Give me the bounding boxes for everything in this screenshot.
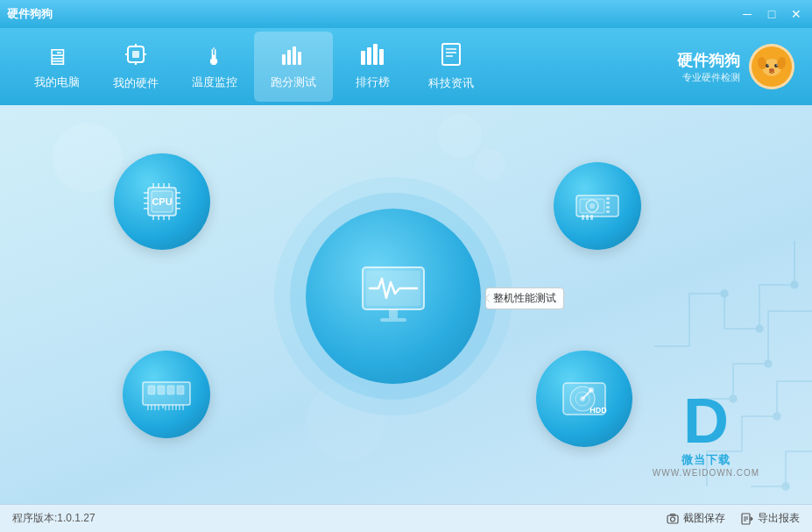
svg-rect-6 bbox=[282, 54, 286, 65]
svg-rect-60 bbox=[606, 206, 610, 209]
screenshot-button[interactable]: 截图保存 bbox=[667, 511, 725, 526]
d-logo-watermark: D 微当下载 WWW.WEIDOWN.COM bbox=[653, 389, 759, 478]
camera-icon bbox=[667, 513, 679, 525]
logo-subtitle: 专业硬件检测 bbox=[682, 71, 740, 84]
svg-rect-90 bbox=[389, 309, 398, 318]
cpu-button[interactable]: CPU bbox=[114, 153, 210, 250]
status-actions: 截图保存 导出报表 bbox=[667, 511, 800, 526]
sidebar-item-ranking[interactable]: 排行榜 bbox=[333, 32, 412, 102]
svg-point-57 bbox=[590, 203, 595, 209]
nav-bar: 🖥 我的电脑 我的硬件 🌡 温度监控 bbox=[0, 28, 812, 105]
close-button[interactable]: ✕ bbox=[787, 5, 805, 23]
svg-point-25 bbox=[767, 65, 768, 66]
app-title: 硬件狗狗 bbox=[7, 6, 53, 22]
svg-point-34 bbox=[782, 483, 789, 490]
export-button[interactable]: 导出报表 bbox=[741, 511, 800, 526]
svg-rect-62 bbox=[582, 215, 584, 220]
monitor-icon bbox=[354, 263, 433, 329]
svg-point-24 bbox=[774, 64, 778, 67]
hdd-icon: HDD bbox=[558, 372, 611, 425]
svg-point-29 bbox=[756, 325, 763, 332]
svg-rect-69 bbox=[177, 386, 184, 394]
export-icon bbox=[741, 513, 753, 525]
maximize-button[interactable]: □ bbox=[763, 5, 780, 23]
bubble-4 bbox=[307, 381, 385, 460]
d-text2: WWW.WEIDOWN.COM bbox=[653, 468, 759, 478]
sidebar-item-my-pc[interactable]: 🖥 我的电脑 bbox=[18, 32, 96, 102]
sidebar-item-benchmark[interactable]: 跑分测试 bbox=[254, 32, 333, 102]
sidebar-item-tech-news[interactable]: 科技资讯 bbox=[412, 32, 491, 102]
minimize-button[interactable]: ─ bbox=[738, 5, 756, 23]
svg-point-31 bbox=[765, 360, 772, 367]
tech-news-icon bbox=[441, 43, 461, 72]
svg-rect-11 bbox=[361, 51, 365, 65]
svg-rect-12 bbox=[367, 47, 371, 65]
nav-items: 🖥 我的电脑 我的硬件 🌡 温度监控 bbox=[18, 32, 491, 102]
svg-point-27 bbox=[769, 68, 774, 72]
svg-rect-58 bbox=[606, 197, 610, 200]
d-text1: 微当下载 bbox=[681, 452, 731, 468]
logo-text: 硬件狗狗 专业硬件检测 bbox=[677, 50, 740, 84]
d-letter: D bbox=[683, 389, 729, 452]
app-logo: 硬件狗狗 专业硬件检测 bbox=[677, 44, 794, 89]
bubble-1 bbox=[53, 123, 123, 193]
svg-text:HDD: HDD bbox=[590, 406, 607, 415]
svg-rect-59 bbox=[606, 202, 610, 204]
version-label: 程序版本:1.0.1.27 bbox=[12, 511, 95, 526]
svg-rect-92 bbox=[667, 515, 678, 523]
ranking-label: 排行榜 bbox=[356, 74, 390, 90]
svg-rect-9 bbox=[298, 52, 301, 65]
svg-point-30 bbox=[721, 290, 728, 297]
benchmark-icon bbox=[281, 44, 306, 71]
my-hardware-label: 我的硬件 bbox=[113, 75, 159, 91]
center-content bbox=[354, 263, 433, 329]
svg-rect-15 bbox=[442, 44, 460, 65]
svg-point-23 bbox=[766, 64, 769, 67]
svg-rect-14 bbox=[379, 49, 384, 65]
svg-rect-68 bbox=[167, 386, 174, 394]
ranking-icon bbox=[361, 44, 384, 71]
logo-title: 硬件狗狗 bbox=[677, 50, 740, 71]
hdd-button[interactable]: HDD bbox=[536, 351, 632, 447]
dog-avatar bbox=[749, 44, 794, 89]
title-bar: 硬件狗狗 ─ □ ✕ bbox=[0, 0, 812, 28]
tooltip-text: 整机性能测试 bbox=[493, 292, 556, 304]
gpu-button[interactable] bbox=[554, 162, 641, 250]
window-controls: ─ □ ✕ bbox=[738, 5, 805, 23]
svg-rect-13 bbox=[373, 44, 378, 65]
memory-button[interactable] bbox=[123, 351, 210, 438]
memory-icon bbox=[141, 375, 192, 414]
status-bar: 程序版本:1.0.1.27 截图保存 导出报表 bbox=[0, 504, 812, 532]
svg-text:CPU: CPU bbox=[152, 196, 172, 207]
benchmark-label: 跑分测试 bbox=[271, 74, 316, 90]
temp-label: 温度监控 bbox=[192, 74, 237, 90]
svg-rect-70 bbox=[162, 405, 164, 408]
cpu-icon: CPU bbox=[138, 177, 187, 226]
sidebar-item-my-hardware[interactable]: 我的硬件 bbox=[96, 32, 175, 102]
export-label: 导出报表 bbox=[758, 511, 800, 526]
svg-point-28 bbox=[791, 281, 798, 288]
cpu-content: CPU bbox=[138, 177, 187, 226]
screenshot-label: 截图保存 bbox=[683, 511, 725, 526]
full-test-button[interactable] bbox=[306, 209, 481, 384]
bubble-3 bbox=[475, 149, 505, 180]
my-hardware-icon bbox=[124, 43, 147, 72]
my-pc-icon: 🖥 bbox=[46, 44, 68, 71]
svg-point-26 bbox=[776, 65, 777, 66]
hdd-content: HDD bbox=[558, 372, 611, 425]
my-pc-label: 我的电脑 bbox=[34, 74, 80, 90]
svg-rect-67 bbox=[158, 386, 165, 394]
gpu-content bbox=[573, 183, 622, 229]
svg-rect-91 bbox=[380, 318, 406, 322]
svg-rect-7 bbox=[287, 50, 291, 65]
tech-news-label: 科技资讯 bbox=[428, 75, 474, 91]
sidebar-item-temp-monitor[interactable]: 🌡 温度监控 bbox=[175, 32, 254, 102]
gpu-icon bbox=[573, 183, 622, 229]
svg-rect-8 bbox=[293, 46, 296, 65]
memory-content bbox=[141, 375, 192, 414]
svg-point-93 bbox=[671, 517, 675, 521]
svg-rect-1 bbox=[132, 51, 139, 58]
svg-rect-64 bbox=[590, 215, 593, 220]
svg-rect-61 bbox=[606, 210, 610, 213]
svg-point-86 bbox=[589, 387, 594, 393]
